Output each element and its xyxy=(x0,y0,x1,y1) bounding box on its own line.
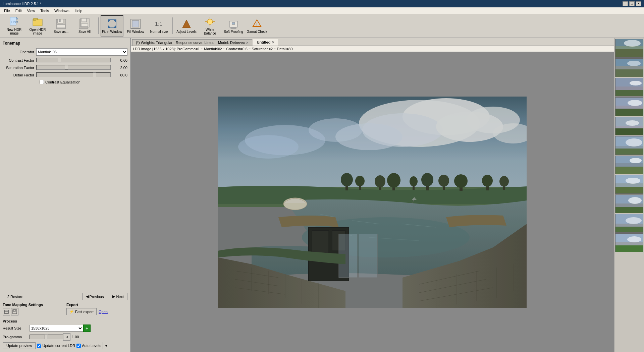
thumbnail-8[interactable] xyxy=(615,175,643,194)
detail-slider[interactable] xyxy=(36,72,111,77)
open-hdr-label: Open HDR image xyxy=(27,28,48,35)
svg-point-144 xyxy=(627,236,641,242)
open-hdr-button[interactable]: Open HDR image xyxy=(26,15,49,37)
svg-rect-10 xyxy=(57,24,65,28)
thumbnail-6[interactable] xyxy=(615,136,643,155)
export-buttons: ⚡ Fast export Open xyxy=(66,308,127,315)
menu-windows[interactable]: Windows xyxy=(52,8,72,13)
thumbnail-5[interactable] xyxy=(615,117,643,135)
minimize-button[interactable]: ─ xyxy=(623,1,628,6)
soft-proofing-button[interactable]: Soft Proofing xyxy=(222,15,245,37)
fast-export-button[interactable]: ⚡ Fast export xyxy=(66,308,97,315)
svg-marker-19 xyxy=(113,25,116,28)
svg-text:1:1: 1:1 xyxy=(155,21,162,27)
update-ldr-checkbox[interactable] xyxy=(37,344,41,348)
svg-marker-16 xyxy=(108,20,111,22)
save-as-icon xyxy=(56,18,66,29)
previous-button[interactable]: ◀ Previous xyxy=(82,293,108,300)
maximize-button[interactable]: □ xyxy=(629,1,635,6)
adjust-levels-button[interactable]: Adjust Levels xyxy=(175,15,198,37)
thumbnail-4[interactable] xyxy=(615,97,643,116)
thumbnail-3[interactable] xyxy=(615,78,643,97)
auto-levels-label: Auto Levels xyxy=(82,344,101,348)
gamut-check-button[interactable]: ! Gamut Check xyxy=(246,15,268,37)
fill-window-button[interactable]: Fill Window xyxy=(124,15,147,37)
svg-marker-23 xyxy=(182,20,191,28)
result-size-select[interactable]: 1536x1023 xyxy=(30,325,83,332)
contrast-eq-row: Contrast Equalization xyxy=(3,80,127,84)
svg-rect-31 xyxy=(232,22,235,24)
svg-rect-9 xyxy=(59,19,60,22)
gamut-check-icon: ! xyxy=(252,18,262,29)
menu-bar: File Edit View Tools Windows Help xyxy=(0,7,644,14)
fit-window-button[interactable]: Fit in Window xyxy=(101,15,123,37)
nav-buttons-row: ↺ Restore ◀ Previous ▶ Next xyxy=(3,293,127,300)
fill-window-label: Fill Window xyxy=(127,30,144,34)
white-balance-icon xyxy=(205,16,215,27)
svg-rect-5 xyxy=(33,19,42,26)
svg-point-112 xyxy=(630,81,642,85)
white-balance-button[interactable]: White Balance xyxy=(199,15,221,37)
thumbnail-1[interactable] xyxy=(615,39,643,58)
thumbnail-7[interactable] xyxy=(615,156,643,174)
save-as-button[interactable]: Save as... xyxy=(50,15,72,37)
result-size-add-button[interactable]: + xyxy=(83,325,91,332)
new-hdr-icon: HDR xyxy=(9,16,19,27)
menu-view[interactable]: View xyxy=(24,8,38,13)
window-controls: ─ □ ✕ xyxy=(623,1,641,6)
tab-weights[interactable]: (*) Weights: Triangular - Response curve… xyxy=(132,39,252,46)
fit-window-icon xyxy=(107,18,117,29)
auto-levels-checkbox[interactable] xyxy=(76,344,81,348)
svg-point-124 xyxy=(626,138,642,146)
svg-point-120 xyxy=(626,120,639,126)
menu-tools[interactable]: Tools xyxy=(38,8,52,13)
saturation-value: 2.00 xyxy=(111,66,127,70)
pregamma-reset-button[interactable]: ↺ xyxy=(63,333,70,341)
adjust-levels-icon xyxy=(181,18,192,29)
normal-size-button[interactable]: 1:1 Normal size xyxy=(148,15,170,37)
operator-select[interactable]: Mantiuk '06 Mantiuk '08 Fattal Drago Rei… xyxy=(36,48,127,56)
fit-window-label: Fit in Window xyxy=(102,30,122,34)
thumbnail-2[interactable] xyxy=(615,58,643,77)
pregamma-slider[interactable] xyxy=(30,335,63,339)
tone-load-button[interactable] xyxy=(3,308,10,315)
open-link[interactable]: Open xyxy=(99,310,108,314)
next-button[interactable]: ▶ Next xyxy=(109,293,127,300)
contrast-eq-checkbox[interactable] xyxy=(40,80,44,84)
menu-edit[interactable]: Edit xyxy=(13,8,24,13)
saturation-slider[interactable] xyxy=(36,65,111,70)
update-ldr-label: Update current LDR xyxy=(42,344,75,348)
tone-save-button[interactable] xyxy=(11,308,18,315)
pregamma-value: 1.00 xyxy=(72,335,79,339)
menu-help[interactable]: Help xyxy=(72,8,85,13)
new-hdr-button[interactable]: HDR New HDR image xyxy=(3,15,25,37)
svg-rect-103 xyxy=(615,49,643,58)
main-image xyxy=(218,97,527,308)
image-container xyxy=(131,52,614,352)
thumbnail-9[interactable] xyxy=(615,194,643,213)
contrast-slider[interactable] xyxy=(36,58,111,62)
svg-rect-131 xyxy=(615,187,643,194)
tab-weights-close[interactable]: ✕ xyxy=(246,41,249,45)
close-button[interactable]: ✕ xyxy=(636,1,641,6)
content-area: (*) Weights: Triangular - Response curve… xyxy=(131,38,614,352)
contrast-value: 0.60 xyxy=(111,58,127,62)
save-all-button[interactable]: Save All xyxy=(73,15,96,37)
thumbnail-10[interactable] xyxy=(615,214,643,233)
new-hdr-label: New HDR image xyxy=(4,28,24,35)
auto-levels-options-button[interactable]: ▼ xyxy=(103,342,110,349)
update-preview-button[interactable]: Update preview xyxy=(3,342,36,349)
save-all-label: Save All xyxy=(78,30,91,34)
svg-text:HDR: HDR xyxy=(11,20,18,24)
restore-button[interactable]: ↺ Restore xyxy=(3,293,27,300)
tab-untitled[interactable]: Untitled ✕ xyxy=(253,39,278,46)
menu-file[interactable]: File xyxy=(1,8,13,13)
svg-marker-17 xyxy=(113,20,116,22)
soft-proofing-icon xyxy=(228,18,239,29)
thumbnail-11[interactable] xyxy=(615,233,643,252)
svg-rect-14 xyxy=(81,24,88,26)
gamut-check-label: Gamut Check xyxy=(247,30,267,34)
detail-row: Detail Factor 80.0 xyxy=(3,72,127,78)
tab-untitled-close[interactable]: ✕ xyxy=(272,41,274,44)
svg-point-108 xyxy=(627,61,641,66)
